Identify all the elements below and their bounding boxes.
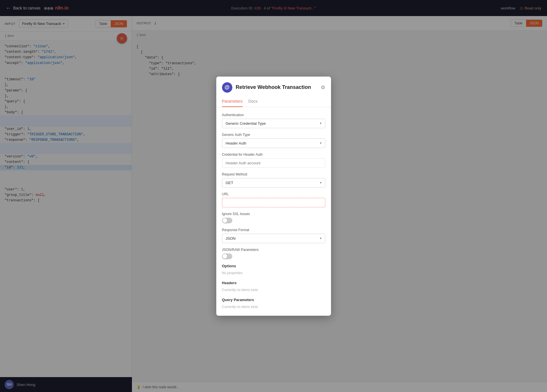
- modal-icon: @: [222, 82, 232, 93]
- request-method-label: Request Method: [222, 172, 325, 176]
- response-format-chevron: ▾: [320, 236, 322, 240]
- credential-field: Credential for Header Auth: [222, 153, 325, 168]
- options-label: Options: [222, 264, 325, 268]
- generic-auth-type-value: Header Auth: [226, 141, 246, 145]
- generic-auth-type-label: Generic Auth Type: [222, 133, 325, 137]
- request-method-value: GET: [226, 181, 233, 185]
- options-empty: No properties: [222, 270, 325, 276]
- ignore-ssl-toggle[interactable]: [222, 218, 232, 223]
- ignore-ssl-field: Ignore SSL Issues: [222, 212, 325, 223]
- headers-empty: Currently no items exist: [222, 287, 325, 293]
- modal-title: Retrieve Webhook Transaction: [236, 84, 311, 90]
- generic-auth-type-field: Generic Auth Type Header Auth ▾: [222, 133, 325, 148]
- json-raw-toggle-container: [222, 253, 325, 259]
- authentication-label: Authentication: [222, 113, 325, 117]
- query-params-section: Query Parameters Currently no items exis…: [222, 298, 325, 310]
- json-raw-field: JSON/RAW Parameters: [222, 248, 325, 259]
- options-section: Options No properties: [222, 264, 325, 276]
- headers-label: Headers: [222, 281, 325, 285]
- modal-dialog: @ Retrieve Webhook Transaction ⚙ Paramet…: [216, 77, 331, 316]
- authentication-value: Generic Credential Type: [226, 121, 266, 126]
- toggle-knob: [223, 218, 227, 223]
- generic-auth-type-chevron: ▾: [320, 141, 322, 145]
- response-format-label: Response Format: [222, 228, 325, 232]
- settings-icon[interactable]: ⚙: [321, 84, 325, 91]
- url-field: URL: [222, 192, 325, 207]
- modal-overlay: @ Retrieve Webhook Transaction ⚙ Paramet…: [0, 0, 547, 392]
- ignore-ssl-toggle-container: [222, 218, 325, 223]
- ignore-ssl-label: Ignore SSL Issues: [222, 212, 325, 216]
- headers-section: Headers Currently no items exist: [222, 281, 325, 293]
- response-format-field: Response Format JSON ▾: [222, 228, 325, 243]
- response-format-value: JSON: [226, 236, 236, 241]
- credential-input[interactable]: [222, 158, 325, 168]
- modal-header: @ Retrieve Webhook Transaction ⚙: [216, 77, 331, 93]
- tab-docs[interactable]: Docs: [248, 96, 258, 107]
- tab-parameters[interactable]: Parameters: [222, 96, 243, 107]
- credential-label: Credential for Header Auth: [222, 153, 325, 157]
- toggle-knob-2: [223, 254, 227, 259]
- request-method-chevron: ▾: [320, 181, 322, 185]
- authentication-dropdown[interactable]: Generic Credential Type ▾: [222, 119, 325, 128]
- url-input[interactable]: [222, 198, 325, 207]
- authentication-field: Authentication Generic Credential Type ▾: [222, 113, 325, 128]
- url-label: URL: [222, 192, 325, 196]
- json-raw-label: JSON/RAW Parameters: [222, 248, 325, 252]
- request-method-field: Request Method GET ▾: [222, 172, 325, 188]
- json-raw-toggle[interactable]: [222, 253, 232, 259]
- modal-body: Authentication Generic Credential Type ▾…: [216, 107, 331, 316]
- query-params-label: Query Parameters: [222, 298, 325, 302]
- request-method-dropdown[interactable]: GET ▾: [222, 178, 325, 188]
- query-params-empty: Currently no items exist: [222, 304, 325, 310]
- generic-auth-type-dropdown[interactable]: Header Auth ▾: [222, 139, 325, 148]
- authentication-chevron: ▾: [320, 121, 322, 125]
- response-format-dropdown[interactable]: JSON ▾: [222, 234, 325, 243]
- modal-tabs: Parameters Docs: [216, 96, 331, 107]
